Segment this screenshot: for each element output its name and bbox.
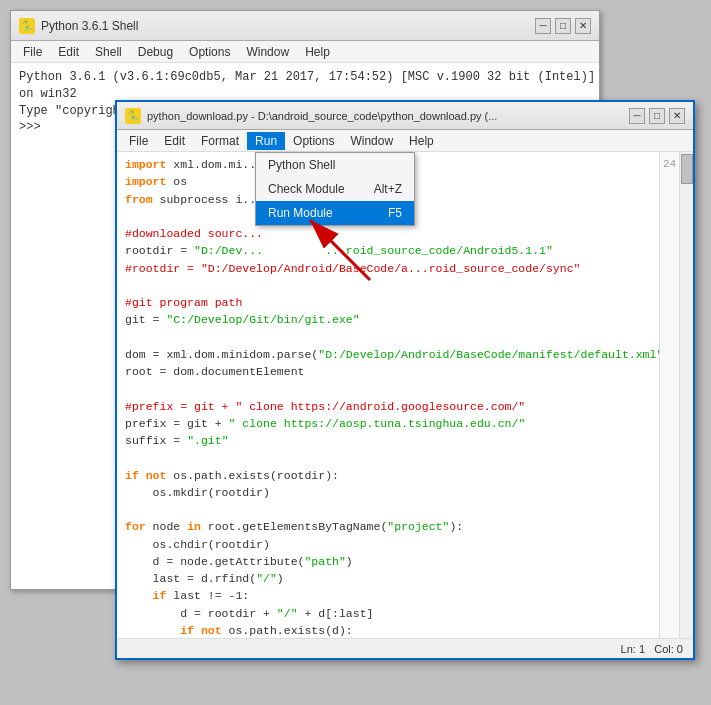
py-menu-run[interactable]: Run	[247, 132, 285, 150]
shell-menu-options[interactable]: Options	[181, 43, 238, 61]
code-line-14	[125, 380, 685, 397]
py-titlebar-controls: ─ □ ✕	[629, 108, 685, 124]
shell-titlebar-left: 🐍 Python 3.6.1 Shell	[19, 18, 138, 34]
py-menu-window[interactable]: Window	[342, 132, 401, 150]
py-file-icon: 🐍	[125, 108, 141, 124]
python-shell-label: Python Shell	[268, 158, 335, 172]
shell-menu-debug[interactable]: Debug	[130, 43, 181, 61]
code-line-27: d = rootdir + "/" + d[:last]	[125, 605, 685, 622]
statusbar: Ln: 1 Col: 0	[117, 638, 693, 658]
python-icon: 🐍	[19, 18, 35, 34]
maximize-button[interactable]: □	[555, 18, 571, 34]
py-menu-format[interactable]: Format	[193, 132, 247, 150]
shell-menubar: File Edit Shell Debug Options Window Hel…	[11, 41, 599, 63]
code-line-6: rootdir = "D:/Dev... ...roid_source_code…	[125, 242, 685, 259]
py-titlebar: 🐍 python_download.py - D:\android_source…	[117, 102, 693, 130]
code-line-26: if last != -1:	[125, 587, 685, 604]
code-line-28: if not os.path.exists(d):	[125, 622, 685, 639]
code-line-20: os.mkdir(rootdir)	[125, 484, 685, 501]
run-module-shortcut: F5	[388, 206, 402, 220]
shell-title: Python 3.6.1 Shell	[41, 19, 138, 33]
status-col: Col: 0	[654, 643, 683, 655]
shell-line1: Python 3.6.1 (v3.6.1:69c0db5, Mar 21 201…	[19, 69, 591, 86]
py-maximize-button[interactable]: □	[649, 108, 665, 124]
dropdown-python-shell[interactable]: Python Shell	[256, 153, 414, 177]
check-module-label: Check Module	[268, 182, 345, 196]
code-line-12: dom = xml.dom.minidom.parse("D:/Develop/…	[125, 346, 685, 363]
py-menu-help[interactable]: Help	[401, 132, 442, 150]
code-line-19: if not os.path.exists(rootdir):	[125, 467, 685, 484]
code-line-9: #git program path	[125, 294, 685, 311]
py-window: 🐍 python_download.py - D:\android_source…	[115, 100, 695, 660]
code-line-24: d = node.getAttribute("path")	[125, 553, 685, 570]
code-line-22: for node in root.getElementsByTagName("p…	[125, 518, 685, 535]
run-dropdown: Python Shell Check Module Alt+Z Run Modu…	[255, 152, 415, 226]
scrollbar-thumb[interactable]	[681, 154, 693, 184]
shell-menu-help[interactable]: Help	[297, 43, 338, 61]
shell-menu-file[interactable]: File	[15, 43, 50, 61]
dropdown-run-module[interactable]: Run Module F5	[256, 201, 414, 225]
shell-menu-shell[interactable]: Shell	[87, 43, 130, 61]
py-titlebar-left: 🐍 python_download.py - D:\android_source…	[125, 108, 497, 124]
status-ln-col: Ln: 1 Col: 0	[621, 643, 683, 655]
dropdown-check-module[interactable]: Check Module Alt+Z	[256, 177, 414, 201]
shell-menu-window[interactable]: Window	[238, 43, 297, 61]
minimize-button[interactable]: ─	[535, 18, 551, 34]
line-numbers: 24	[659, 152, 679, 638]
py-menu-edit[interactable]: Edit	[156, 132, 193, 150]
code-line-5: #downloaded sourc...	[125, 225, 685, 242]
shell-titlebar-controls: ─ □ ✕	[535, 18, 591, 34]
code-line-16: prefix = git + " clone https://aosp.tuna…	[125, 415, 685, 432]
code-line-8	[125, 277, 685, 294]
code-line-10: git = "C:/Develop/Git/bin/git.exe"	[125, 311, 685, 328]
py-title: python_download.py - D:\android_source_c…	[147, 110, 497, 122]
py-editor[interactable]: import xml.dom.mi... import os from subp…	[117, 152, 693, 658]
code-line-18	[125, 449, 685, 466]
code-line-7: #rootdir = "D:/Develop/Android/BaseCode/…	[125, 260, 685, 277]
shell-menu-edit[interactable]: Edit	[50, 43, 87, 61]
code-line-15: #prefix = git + " clone https://android.…	[125, 398, 685, 415]
shell-titlebar: 🐍 Python 3.6.1 Shell ─ □ ✕	[11, 11, 599, 41]
scrollbar[interactable]	[679, 152, 693, 658]
code-line-21	[125, 501, 685, 518]
code-line-17: suffix = ".git"	[125, 432, 685, 449]
code-line-11	[125, 329, 685, 346]
code-line-25: last = d.rfind("/")	[125, 570, 685, 587]
close-button[interactable]: ✕	[575, 18, 591, 34]
py-close-button[interactable]: ✕	[669, 108, 685, 124]
py-menu-file[interactable]: File	[121, 132, 156, 150]
check-module-shortcut: Alt+Z	[374, 182, 402, 196]
status-ln: Ln: 1	[621, 643, 645, 655]
py-minimize-button[interactable]: ─	[629, 108, 645, 124]
run-module-label: Run Module	[268, 206, 333, 220]
code-line-23: os.chdir(rootdir)	[125, 536, 685, 553]
code-line-13: root = dom.documentElement	[125, 363, 685, 380]
py-menu-options[interactable]: Options	[285, 132, 342, 150]
py-menubar: File Edit Format Run Options Window Help…	[117, 130, 693, 152]
